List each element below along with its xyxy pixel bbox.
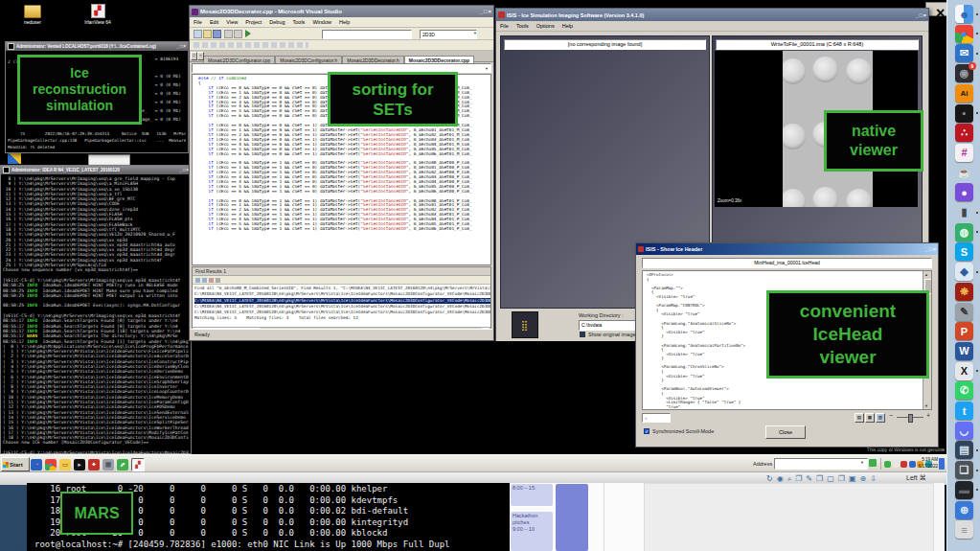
menu-item-edit[interactable]: Edit: [206, 17, 222, 27]
view-columns-icon[interactable]: ▥: [876, 413, 885, 423]
image-viewer-icon[interactable]: ▦: [103, 459, 114, 471]
formatting-icons[interactable]: [194, 42, 308, 48]
start-debug-icon[interactable]: [245, 30, 251, 37]
close-button[interactable]: ×: [923, 12, 926, 18]
view-raw-icon[interactable]: ▤: [855, 413, 864, 423]
close-button[interactable]: Close: [765, 425, 806, 439]
new-file-icon[interactable]: [194, 30, 202, 38]
chevron-down-icon[interactable]: ▼: [485, 66, 489, 71]
calendar-window[interactable]: 8:00 – 15: Hackathon pitches 9:00 – 10: [510, 483, 945, 551]
chrome-icon[interactable]: ●: [45, 459, 57, 471]
calendar-event[interactable]: 8:00 – 15:: [511, 484, 553, 506]
save-icon[interactable]: [213, 30, 221, 38]
find-tool-icon[interactable]: [202, 278, 207, 283]
firefox-icon[interactable]: ◔: [31, 459, 42, 471]
thunderbird-icon[interactable]: ✉: [955, 44, 973, 62]
close-button[interactable]: ×: [488, 9, 491, 14]
finder-icon[interactable]: ☻: [955, 5, 973, 23]
zoom-slider-thumb[interactable]: [908, 414, 913, 423]
close-button[interactable]: ×: [183, 44, 186, 49]
irfanview-icon[interactable]: ▞: [131, 458, 145, 471]
chart-icon[interactable]: ⬈: [117, 459, 128, 471]
gimp-icon[interactable]: ✎: [955, 303, 973, 321]
combo-dropdown-icon[interactable]: ▼: [473, 31, 477, 35]
isis-titlebar[interactable]: ISIS - Ice Simulation Imaging Software (…: [496, 9, 928, 21]
scroll-up-icon[interactable]: ▲: [924, 272, 928, 277]
record-icon[interactable]: ◉9: [955, 64, 973, 82]
tray-red-icon[interactable]: [900, 461, 907, 468]
minimize-button[interactable]: _: [924, 246, 927, 252]
find-results-caption[interactable]: Find Results 1: [193, 267, 490, 276]
twitter-icon[interactable]: t: [955, 402, 973, 420]
screens-icon[interactable]: ❏: [955, 461, 973, 479]
vs-find-results-panel[interactable]: Find Results 1 Find all "m_aEcho00_M_Com…: [192, 266, 491, 335]
redo-icon[interactable]: [234, 30, 242, 38]
globe-icon[interactable]: ⊕: [955, 501, 973, 519]
tray-green-icon[interactable]: [884, 461, 891, 468]
address-go-icon[interactable]: [869, 459, 877, 467]
command-prompt-icon[interactable]: ▸: [74, 459, 85, 471]
minimize-button[interactable]: _: [915, 12, 918, 18]
vs-titlebar[interactable]: Mosaic2D3DDecorator.cpp - Microsoft Visu…: [190, 6, 493, 17]
close-button[interactable]: ×: [933, 246, 936, 252]
open-file-icon[interactable]: [203, 30, 212, 38]
start-button[interactable]: Start: [1, 457, 30, 471]
calendar-event[interactable]: Hackathon pitches 9:00 – 10: [511, 512, 553, 551]
terminal-ice-titlebar[interactable]: Administrator: Vented LOCALHOST:port9118…: [6, 42, 188, 51]
desktop-icon-fragment[interactable]: [8, 153, 21, 164]
maximize-button[interactable]: □: [919, 12, 922, 18]
word-icon[interactable]: W: [955, 342, 973, 360]
solution-configurations-combo[interactable]: [322, 30, 412, 39]
menu-item-file[interactable]: File: [496, 21, 513, 31]
tray-volume-icon[interactable]: [893, 461, 900, 468]
header-search-input[interactable]: ⌕: [642, 413, 671, 423]
menu-item-project[interactable]: Project: [241, 17, 265, 27]
terminal-idea-titlebar[interactable]: Administrator: IDEA R N4_VE11C_LATEST_20…: [1, 166, 191, 174]
powerpoint-icon[interactable]: P: [955, 322, 973, 340]
pictures-folder-icon[interactable]: ▭: [59, 459, 71, 471]
minimize-button[interactable]: _: [176, 44, 179, 49]
green-chat-icon[interactable]: ◍: [955, 223, 973, 241]
menu-item-options[interactable]: Options: [533, 21, 558, 31]
icehead-titlebar[interactable]: ISIS - Show Ice Header _□×: [636, 243, 938, 255]
zoom-in-icon[interactable]: +: [926, 412, 930, 419]
taskbar-clock[interactable]: 5:19 AM 6/17/2022: [913, 457, 938, 470]
menu-item-debug[interactable]: Debug: [265, 17, 288, 27]
maximize-button[interactable]: □: [183, 168, 186, 172]
teapot-icon[interactable]: ☕: [955, 164, 973, 182]
scroll-down-icon[interactable]: ▼: [924, 403, 928, 408]
desktop-icon-irfanview[interactable]: ▞ IrfanView 64: [77, 4, 119, 25]
desktop-icon-neduser[interactable]: neduser: [13, 5, 52, 25]
tab-nav-back-icon[interactable]: □: [191, 52, 197, 60]
slack-icon[interactable]: #: [955, 144, 973, 162]
menu-item-help[interactable]: Help: [335, 17, 353, 27]
menu-item-help[interactable]: Help: [558, 21, 577, 31]
menu-item-tools[interactable]: Tools: [513, 21, 533, 31]
menu-item-view[interactable]: View: [222, 17, 241, 27]
maximize-button[interactable]: □: [928, 246, 931, 252]
menu-item-tools[interactable]: Tools: [289, 17, 309, 27]
tab-close-icon[interactable]: ×: [197, 52, 204, 60]
tray-show-desktop-icon[interactable]: [939, 458, 945, 470]
find-results-list[interactable]: Find all "m_aEcho00_M_Combined_SeriesUID…: [193, 285, 490, 322]
menu-item-window[interactable]: Window: [308, 17, 335, 27]
remote-desktop-icon[interactable]: ▤: [955, 441, 973, 459]
minimize-button[interactable]: _: [480, 9, 483, 14]
display-dark-icon[interactable]: ▬: [955, 481, 973, 499]
view-grid-icon[interactable]: ▦: [865, 413, 875, 423]
device-icon[interactable]: ▮: [955, 203, 973, 221]
github-icon[interactable]: ●: [955, 183, 973, 201]
skype-icon[interactable]: S: [955, 242, 973, 261]
documents-icon[interactable]: ≡: [955, 520, 973, 539]
address-dropdown-icon[interactable]: ▼: [860, 460, 864, 465]
find-result-row[interactable]: C:\MIDEA\N4_VE11C_LATEST_20160120\n4\pkg…: [194, 298, 490, 304]
whatsapp-icon[interactable]: ✆: [955, 381, 973, 400]
xquartz-icon[interactable]: X: [955, 362, 973, 380]
show-matrix-checkbox[interactable]: [580, 332, 585, 337]
calendar-scrollbar[interactable]: [933, 483, 945, 551]
maximize-button[interactable]: □: [180, 44, 183, 49]
terminal-idea-window[interactable]: Administrator: IDEA R N4_VE11C_LATEST_20…: [0, 165, 192, 454]
minimize-button[interactable]: _: [179, 168, 182, 172]
notes-dark-icon[interactable]: ▪: [955, 104, 973, 123]
close-button[interactable]: ×: [936, 5, 945, 22]
